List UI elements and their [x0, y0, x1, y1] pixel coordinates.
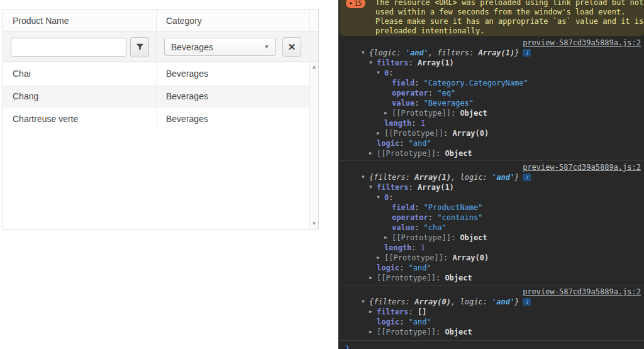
chevron-down-icon[interactable]: ▼	[362, 172, 369, 182]
console-tree-row: ▼{logic: 'and', filters: Array(1)}i	[340, 48, 644, 58]
token-str: "contains"	[437, 213, 482, 223]
source-row: preview-587cd39a5889a.js:2	[340, 287, 644, 297]
chevron-right-icon[interactable]: ▶	[377, 253, 384, 263]
warning-text: The resource <URL> was preloaded using l…	[375, 0, 639, 36]
table-cell: Chang	[3, 85, 157, 108]
scroll-up-icon[interactable]: ▲	[312, 65, 317, 70]
product-filter-input[interactable]	[11, 38, 126, 57]
warning-count: 15	[354, 0, 362, 7]
token-obj: Array(0)	[452, 128, 489, 138]
token-pl: :	[411, 118, 420, 128]
chevron-right-icon[interactable]: ▶	[369, 148, 377, 158]
info-icon[interactable]: i	[523, 298, 531, 306]
console-tree-row: logic: "and"	[347, 317, 644, 327]
category-filter-cell: Beverages ▼ ✕	[157, 32, 309, 62]
token-str: "and"	[409, 317, 431, 327]
chevron-down-icon[interactable]: ▼	[362, 48, 369, 58]
chevron-down-icon[interactable]: ▼	[377, 68, 384, 78]
token-pl: :	[428, 88, 437, 98]
token-key: length	[384, 118, 411, 128]
funnel-icon	[136, 43, 144, 51]
token-pl: :	[409, 58, 418, 68]
info-icon[interactable]: i	[523, 174, 531, 181]
chevron-right-icon[interactable]: ▶	[377, 128, 384, 138]
chevron-right-icon[interactable]: ▶	[369, 327, 377, 337]
console-prompt[interactable]: ❯	[340, 340, 644, 349]
token-pl: :	[451, 233, 460, 243]
token-num: 1	[421, 243, 425, 253]
token-pva: Array(0)	[414, 297, 451, 307]
console-tree-row: length: 1	[355, 243, 644, 253]
warning-count-badge[interactable]: ▶ 15	[346, 0, 365, 8]
token-key: operator	[392, 88, 428, 98]
token-pl: :	[443, 128, 452, 138]
token-pvs: 'and'	[492, 297, 514, 307]
console-warning: ▶ 15 The resource <URL> was preloaded us…	[340, 0, 644, 36]
chevron-right-icon[interactable]: ▶	[384, 108, 392, 118]
grid-scrollbar[interactable]: ▲ ▼	[309, 62, 318, 229]
info-icon[interactable]: i	[523, 49, 531, 57]
caret-down-icon: ▼	[264, 44, 269, 50]
table-cell: Chai	[3, 62, 157, 85]
token-pl: :	[389, 192, 397, 202]
token-pvs: 'and'	[492, 172, 514, 182]
devtools-console: ▶ 15 The resource <URL> was preloaded us…	[338, 0, 644, 349]
chevron-right-icon[interactable]: ▶	[384, 233, 392, 243]
chevron-down-icon[interactable]: ▼	[377, 192, 384, 202]
token-proto: [[Prototype]]	[377, 273, 436, 283]
token-obj: []	[418, 307, 426, 317]
token-key: operator	[392, 213, 428, 223]
scroll-down-icon[interactable]: ▼	[312, 221, 317, 226]
filter-row: Beverages ▼ ✕	[3, 32, 318, 62]
token-key: filters	[377, 307, 409, 317]
token-str: "Category.CategoryName"	[424, 78, 528, 88]
filter-button[interactable]	[130, 37, 149, 57]
table-row[interactable]: ChangBeverages	[3, 85, 309, 108]
chevron-right-icon[interactable]: ▶	[369, 273, 377, 283]
token-pva: Array(1)	[414, 172, 451, 182]
source-link[interactable]: preview-587cd39a5889a.js:2	[523, 287, 641, 296]
token-obj: Object	[460, 108, 487, 118]
token-obj: Array(1)	[418, 182, 454, 192]
token-obj: Array(0)	[452, 253, 489, 263]
token-pv: , logic:	[451, 297, 492, 307]
console-tree-row: logic: "and"	[347, 263, 644, 273]
console-entry: preview-587cd39a5889a.js:2▼{filters: Arr…	[340, 160, 644, 285]
console-tree-row: ▶[[Prototype]]: Array(0)	[355, 253, 644, 263]
console-tree-row: field: "Category.CategoryName"	[362, 78, 644, 88]
token-pl: :	[411, 243, 420, 253]
chevron-right-icon[interactable]: ▶	[369, 307, 377, 317]
token-str: "ProductName"	[424, 202, 483, 213]
token-obj: Object	[445, 327, 472, 337]
expand-triangle-icon: ▶	[350, 1, 352, 6]
table-cell: Chartreuse verte	[3, 108, 157, 130]
console-tree-row: length: 1	[355, 118, 644, 128]
chevron-down-icon[interactable]: ▼	[362, 297, 369, 307]
console-tree-row: value: "Beverages"	[362, 98, 644, 108]
category-dropdown[interactable]: Beverages ▼	[164, 38, 276, 56]
token-pv: }	[514, 297, 519, 307]
console-tree-row: field: "ProductName"	[362, 202, 644, 213]
token-num: 1	[421, 118, 425, 128]
header-cell-product-name[interactable]: Product Name	[3, 9, 157, 31]
token-pv: {filters:	[369, 172, 414, 182]
table-cell: Beverages	[157, 85, 309, 108]
token-pl: :	[409, 307, 418, 317]
dropdown-value: Beverages	[171, 42, 213, 52]
token-pv: , filters:	[428, 48, 478, 58]
header-cell-category[interactable]: Category	[157, 9, 309, 31]
chevron-down-icon[interactable]: ▼	[369, 182, 377, 192]
table-row[interactable]: ChaiBeverages	[3, 62, 309, 85]
source-link[interactable]: preview-587cd39a5889a.js:2	[523, 163, 641, 172]
clear-filter-button[interactable]: ✕	[282, 37, 301, 57]
chevron-down-icon[interactable]: ▼	[369, 58, 377, 68]
console-tree-row: logic: "and"	[347, 138, 644, 148]
table-row[interactable]: Chartreuse verteBeverages	[3, 108, 309, 130]
console-entry: preview-587cd39a5889a.js:2▼{logic: 'and'…	[340, 36, 644, 160]
source-link[interactable]: preview-587cd39a5889a.js:2	[523, 38, 641, 47]
table-cell: Beverages	[157, 62, 309, 85]
console-tree-row: ▼filters: Array(1)	[347, 58, 644, 68]
console-tree-row: ▼{filters: Array(1), logic: 'and'}i	[340, 172, 644, 182]
grid-rows: ChaiBeveragesChangBeveragesChartreuse ve…	[3, 62, 309, 229]
token-pl: :	[436, 273, 445, 283]
